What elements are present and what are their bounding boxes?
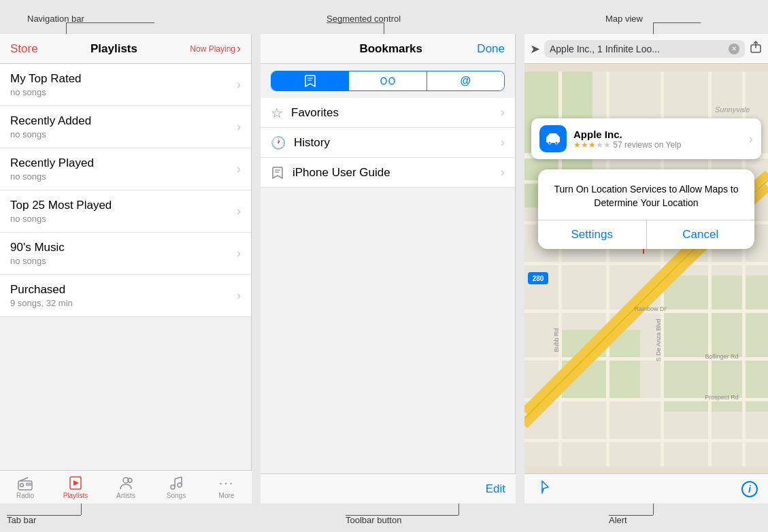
seg-reading-list[interactable] [349, 71, 427, 90]
map-address-clear-button[interactable]: ✕ [729, 44, 739, 54]
playlist-title: My Top Rated [10, 72, 82, 86]
bookmarks-seg-icon [303, 75, 317, 87]
location-services-alert: Turn On Location Services to Allow Maps … [538, 169, 754, 249]
edit-button[interactable]: Edit [486, 482, 505, 496]
car-icon [545, 131, 561, 147]
tab-playlists-label: Playlists [63, 492, 88, 499]
playlist-item-recently-played[interactable]: Recently Played no songs › [0, 148, 251, 190]
playlist-subtitle: no songs [10, 171, 94, 182]
playlist-subtitle: 9 songs, 32 min [10, 298, 73, 308]
map-callout[interactable]: Apple Inc. ★★★★★ 57 reviews on Yelp › [531, 118, 761, 159]
favorites-label: Favorites [291, 106, 339, 120]
svg-point-10 [178, 483, 182, 487]
store-button[interactable]: Store [10, 42, 38, 56]
alert-message: Turn On Location Services to Allow Maps … [552, 183, 741, 210]
bookmark-favorites[interactable]: ☆ Favorites › [261, 98, 515, 128]
map-share-button[interactable] [749, 40, 763, 57]
apple-callout-rating: ★★★★★ 57 reviews on Yelp [573, 140, 742, 150]
svg-text:Prospect Rd: Prospect Rd [705, 394, 739, 401]
svg-rect-56 [549, 133, 557, 136]
playlist-title: Purchased [10, 283, 73, 297]
svg-text:280: 280 [533, 275, 544, 282]
playlist-title: Top 25 Most Played [10, 199, 112, 212]
info-button[interactable]: i [741, 481, 758, 497]
svg-line-13 [175, 477, 182, 479]
map-view-label: Map view [605, 14, 643, 24]
playlist-item-90s[interactable]: 90's Music no songs › [0, 233, 251, 275]
browser-nav-title: Bookmarks [359, 42, 422, 56]
tab-more-label: More [219, 492, 235, 499]
playlist-subtitle: no songs [10, 87, 82, 97]
bookmark-history[interactable]: 🕐 History › [261, 128, 515, 158]
playlist-item-my-top-rated[interactable]: My Top Rated no songs › [0, 64, 251, 106]
tab-more[interactable]: ··· More [201, 471, 252, 503]
playlist-item-purchased[interactable]: Purchased 9 songs, 32 min › [0, 275, 251, 317]
location-arrow-icon [535, 480, 550, 495]
tab-songs[interactable]: Songs [151, 471, 201, 503]
favorites-chevron-icon: › [501, 105, 505, 120]
playlist-item-top25[interactable]: Top 25 Most Played no songs › [0, 190, 251, 233]
tab-artists-label: Artists [116, 492, 135, 499]
svg-point-1 [20, 483, 24, 486]
history-chevron-icon: › [501, 135, 505, 150]
artists-icon [118, 476, 134, 491]
seg-bookmarks[interactable] [271, 71, 349, 90]
playlist-chevron-icon: › [237, 78, 241, 92]
map-content[interactable]: 280 W Fremont Ave E Fremont Ave Homestea… [524, 64, 768, 473]
playlist-item-recently-added[interactable]: Recently Added no songs › [0, 106, 251, 148]
tab-playlists[interactable]: Playlists [50, 471, 101, 503]
svg-point-53 [548, 142, 551, 144]
map-toolbar: i [524, 473, 768, 503]
iphone-guide-icon [271, 167, 284, 179]
settings-button[interactable]: Settings [538, 220, 647, 249]
svg-text:Sunnyvale: Sunnyvale [715, 105, 750, 114]
now-playing-chevron-icon: › [237, 41, 241, 56]
more-icon: ··· [219, 475, 235, 491]
svg-text:Rainbow Dr: Rainbow Dr [634, 305, 666, 312]
tab-radio-label: Radio [16, 492, 34, 499]
map-address-text: Apple Inc., 1 Infinite Loo... [550, 44, 660, 54]
playlist-chevron-icon: › [237, 204, 241, 218]
info-icon: i [748, 484, 751, 495]
maps-panel: ➤ Apple Inc., 1 Infinite Loo... ✕ [524, 34, 768, 503]
at-sign-icon: @ [461, 75, 471, 87]
svg-marker-6 [73, 480, 79, 486]
seg-shared-links[interactable]: @ [427, 71, 504, 90]
svg-text:S De Anza Blvd: S De Anza Blvd [655, 319, 662, 362]
songs-icon [168, 476, 184, 491]
playlist-title: Recently Played [10, 156, 94, 170]
location-button[interactable] [535, 480, 550, 499]
toolbar-button-label: Toolbar button [346, 515, 401, 525]
playlist-chevron-icon: › [237, 120, 241, 134]
radio-icon [17, 476, 33, 491]
now-playing-label: Now Playing [190, 44, 235, 54]
apple-callout-name: Apple Inc. [573, 129, 742, 140]
svg-point-54 [555, 142, 558, 144]
cancel-button[interactable]: Cancel [647, 220, 755, 249]
svg-point-16 [381, 78, 386, 84]
reading-list-seg-icon [380, 76, 395, 86]
svg-rect-24 [661, 276, 768, 412]
star-icon: ☆ [271, 105, 283, 121]
iphone-guide-chevron-icon: › [501, 165, 505, 180]
tab-radio[interactable]: Radio [0, 471, 50, 503]
clock-icon: 🕐 [271, 135, 286, 150]
playlist-title: 90's Music [10, 241, 65, 254]
browser-panel: Bookmarks Done @ ☆ Favorites [261, 34, 516, 503]
bookmark-iphone-guide[interactable]: iPhone User Guide › [261, 158, 515, 188]
history-label: History [294, 136, 330, 150]
playlist-title: Recently Added [10, 114, 91, 128]
playlist-subtitle: no songs [10, 129, 91, 139]
now-playing-button[interactable]: Now Playing › [190, 41, 241, 56]
map-address-bar[interactable]: Apple Inc., 1 Infinite Loo... ✕ [544, 40, 745, 58]
svg-text:Bollinger Rd: Bollinger Rd [705, 353, 738, 360]
playlists-icon [67, 476, 84, 491]
playlist-chevron-icon: › [237, 246, 241, 261]
tab-bar-label: Tab bar [7, 515, 36, 525]
browser-done-button[interactable]: Done [477, 42, 505, 56]
apple-callout-info: Apple Inc. ★★★★★ 57 reviews on Yelp [573, 129, 742, 150]
map-back-arrow-icon[interactable]: ➤ [530, 41, 540, 56]
playlist-subtitle: no songs [10, 256, 65, 266]
music-panel: Store Playlists Now Playing › My Top Rat… [0, 34, 252, 503]
tab-artists[interactable]: Artists [101, 471, 151, 503]
